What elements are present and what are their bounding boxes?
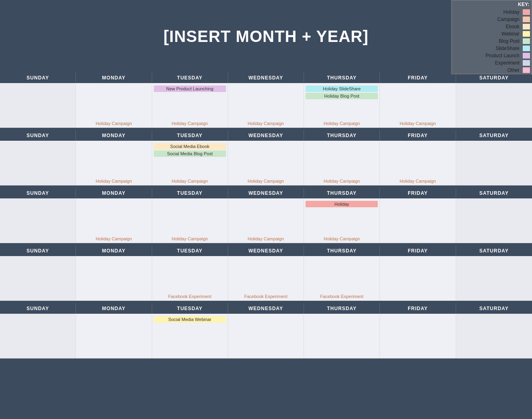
legend-color [523, 24, 530, 29]
day-header: WEDNESDAY [228, 130, 304, 141]
cell-footer-label: Holiday Campaign [306, 179, 378, 183]
day-header: THURSDAY [304, 130, 380, 141]
cell-events: New Product Launching [154, 85, 226, 121]
cell-events [458, 85, 530, 126]
cell-footer-label: Holiday Campaign [306, 236, 378, 241]
legend-label: Blog Post [499, 38, 519, 44]
cell-events [381, 85, 454, 121]
legend-label: Webinar [502, 31, 519, 37]
day-header-row: SUNDAYMONDAYTUESDAYWEDNESDAYTHURSDAYFRID… [0, 303, 532, 314]
cell-events [381, 201, 454, 241]
calendar-cell [456, 256, 532, 300]
cell-events: Holiday SlideShareHoliday Blog Post [306, 85, 378, 121]
calendar-cell [76, 314, 152, 358]
cell-events [381, 143, 454, 179]
day-header: FRIDAY [380, 130, 456, 141]
event-tag: Social Media Blog Post [154, 150, 226, 157]
day-header: MONDAY [76, 246, 152, 256]
cell-footer-label: Holiday Campaign [306, 121, 378, 126]
legend-color [523, 9, 530, 15]
legend-label: Campaign [497, 17, 519, 22]
calendar-cell: Social Media EbookSocial Media Blog Post… [152, 141, 228, 185]
event-tag: Social Media Ebook [154, 143, 226, 150]
cell-events [77, 85, 150, 121]
day-header: SUNDAY [0, 130, 76, 141]
day-header: TUESDAY [152, 303, 228, 314]
day-header: SATURDAY [456, 246, 532, 256]
calendar-cell [380, 256, 456, 300]
day-header: THURSDAY [304, 188, 380, 198]
cell-events [154, 258, 226, 294]
cell-events [306, 143, 378, 179]
legend-item: Ebook [452, 23, 532, 30]
cell-events [230, 85, 302, 121]
cell-events: Holiday [306, 201, 378, 236]
calendar-cell [0, 141, 76, 185]
cell-footer-label: Facebook Experiment [154, 294, 226, 299]
week-row: Holiday CampaignNew Product LaunchingHol… [0, 83, 532, 128]
legend-label: Holiday [503, 9, 519, 15]
legend-color [523, 60, 530, 66]
cell-footer-label: Holiday Campaign [381, 179, 454, 183]
calendar-cell: Holiday Campaign [76, 83, 152, 127]
legend-item: Experiment [452, 59, 532, 67]
day-header: FRIDAY [380, 303, 456, 314]
calendar-cell [0, 83, 76, 127]
cell-footer-label: Holiday Campaign [154, 236, 226, 241]
calendar-cell: Holiday Campaign [228, 141, 304, 185]
calendar-cell [456, 141, 532, 185]
legend-color [523, 53, 530, 58]
day-header: SUNDAY [0, 188, 76, 198]
cell-footer-label: Holiday Campaign [154, 179, 226, 183]
cell-events [381, 316, 454, 356]
event-tag: New Product Launching [154, 85, 226, 92]
day-header: MONDAY [76, 188, 152, 198]
legend-label: Experiment [495, 60, 519, 66]
cell-events [381, 258, 454, 299]
day-header: FRIDAY [380, 73, 456, 83]
day-header: THURSDAY [304, 73, 380, 83]
cell-events [306, 258, 378, 294]
calendar-cell: New Product LaunchingHoliday Campaign [152, 83, 228, 127]
header: [INSERT MONTH + YEAR] KEY: HolidayCampai… [0, 0, 532, 73]
calendar-cell: Facebook Experiment [228, 256, 304, 300]
calendar-cell: Social Media Webinar [152, 314, 228, 358]
page-title: [INSERT MONTH + YEAR] [163, 27, 369, 46]
calendar-cell: Holiday Campaign [152, 198, 228, 243]
cell-events [2, 201, 74, 241]
cell-events: Social Media Webinar [154, 316, 226, 356]
cell-footer-label: Facebook Experiment [306, 294, 378, 299]
day-header: THURSDAY [304, 246, 380, 256]
week-row: Facebook ExperimentFacebook ExperimentFa… [0, 256, 532, 301]
calendar-cell: Facebook Experiment [152, 256, 228, 300]
day-header-row: SUNDAYMONDAYTUESDAYWEDNESDAYTHURSDAYFRID… [0, 188, 532, 198]
cell-footer-label: Facebook Experiment [230, 294, 302, 299]
cell-footer-label: Holiday Campaign [77, 236, 150, 241]
day-header: TUESDAY [152, 73, 228, 83]
day-header: SATURDAY [456, 130, 532, 141]
legend-item: Holiday [452, 8, 532, 16]
day-header: SATURDAY [456, 303, 532, 314]
cell-footer-label: Holiday Campaign [154, 121, 226, 126]
calendar-cell [0, 256, 76, 300]
day-header: WEDNESDAY [228, 303, 304, 314]
calendar: SUNDAYMONDAYTUESDAYWEDNESDAYTHURSDAYFRID… [0, 73, 532, 359]
day-header: THURSDAY [304, 303, 380, 314]
cell-events: Social Media EbookSocial Media Blog Post [154, 143, 226, 179]
cell-events [154, 201, 226, 236]
cell-events [2, 143, 74, 183]
calendar-cell: Holiday Campaign [76, 198, 152, 243]
calendar-cell [76, 256, 152, 300]
cell-footer-label: Holiday Campaign [381, 121, 454, 126]
calendar-cell: Holiday Campaign [228, 198, 304, 243]
cell-footer-label: Holiday Campaign [230, 121, 302, 126]
calendar-cell [228, 314, 304, 358]
legend-color [523, 31, 530, 37]
day-header: MONDAY [76, 303, 152, 314]
cell-events [77, 201, 150, 236]
cell-footer-label: Holiday Campaign [230, 179, 302, 183]
cell-events [458, 258, 530, 299]
event-tag: Social Media Webinar [154, 316, 226, 323]
cell-events [458, 316, 530, 356]
cell-footer-label: Holiday Campaign [230, 236, 302, 241]
